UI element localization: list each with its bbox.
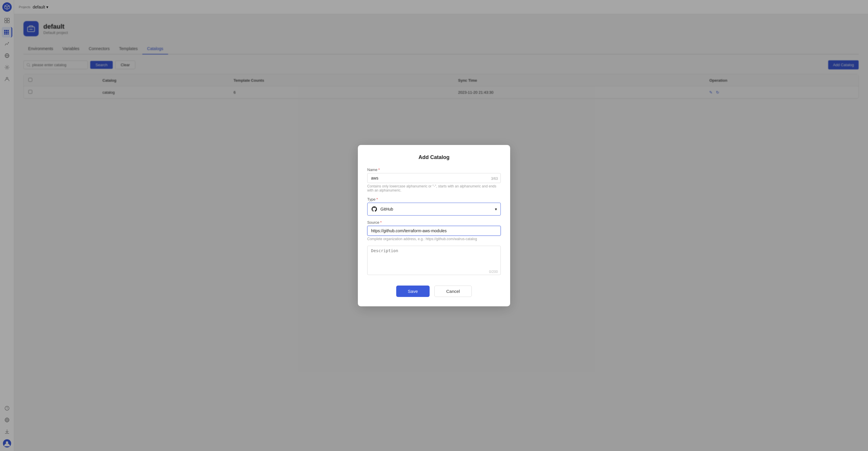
type-select[interactable]: GitHub ▾ [367,203,501,215]
source-input[interactable] [367,226,501,236]
description-textarea[interactable] [367,246,501,275]
source-label: Source * [367,220,501,224]
modal-overlay: Add Catalog Name * 3/63 Contains only lo… [14,0,868,451]
cancel-button[interactable]: Cancel [434,285,472,297]
type-label: Type * [367,197,501,202]
modal-title: Add Catalog [367,154,501,160]
type-value: GitHub [380,207,393,211]
source-field: Source * Complete organization address, … [367,220,501,241]
type-required: * [376,197,378,202]
source-hint: Complete organization address, e.g.: htt… [367,237,501,241]
github-icon [371,206,377,212]
name-input[interactable] [367,173,501,183]
desc-char-count: 0/200 [489,270,498,274]
add-catalog-modal: Add Catalog Name * 3/63 Contains only lo… [358,145,510,306]
name-field: Name * 3/63 Contains only lowercase alph… [367,168,501,192]
name-input-wrap: 3/63 [367,173,501,183]
type-select-left: GitHub [371,206,393,212]
modal-buttons: Save Cancel [367,285,501,297]
description-field: 0/200 [367,246,501,276]
desc-wrap: 0/200 [367,246,501,276]
name-hint: Contains only lowercase alphanumeric or … [367,184,501,192]
source-required: * [380,220,381,224]
save-button[interactable]: Save [396,285,430,297]
name-required: * [378,168,380,172]
type-chevron-icon: ▾ [495,207,497,211]
main-area: Projects default ▾ default Default proje… [14,0,868,451]
name-label: Name * [367,168,501,172]
type-field: Type * GitHub ▾ [367,197,501,215]
